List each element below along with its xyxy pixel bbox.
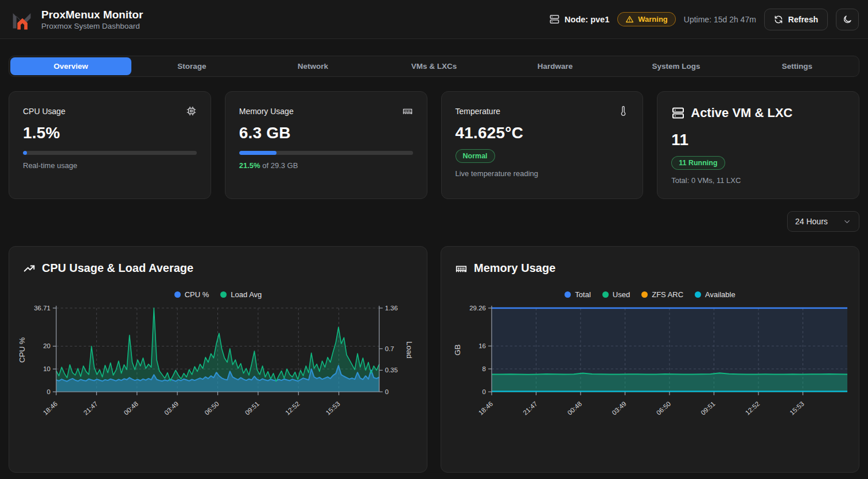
cpu-chart-title: CPU Usage & Load Average <box>42 262 193 275</box>
header-actions: Node: pve1 Warning Uptime: 15d 2h 47m Re… <box>549 9 859 30</box>
warning-label: Warning <box>638 15 668 24</box>
svg-text:12:52: 12:52 <box>284 400 301 416</box>
app-header: ProxMenux Monitor Proxmox System Dashboa… <box>0 0 868 39</box>
server-icon <box>549 14 560 25</box>
svg-text:21:47: 21:47 <box>82 400 99 416</box>
node-indicator: Node: pve1 <box>549 14 609 25</box>
svg-text:03:49: 03:49 <box>610 400 627 416</box>
theme-toggle-button[interactable] <box>836 9 859 30</box>
tab-hardware[interactable]: Hardware <box>495 57 616 75</box>
svg-text:15:53: 15:53 <box>788 400 805 416</box>
tab-system-logs[interactable]: System Logs <box>616 57 737 75</box>
memory-total-text: of 29.3 GB <box>260 161 298 170</box>
svg-text:8: 8 <box>482 365 486 372</box>
svg-text:20: 20 <box>43 342 50 349</box>
legend-used: Used <box>602 290 630 299</box>
ram-icon <box>402 106 413 116</box>
tab-settings[interactable]: Settings <box>737 57 858 75</box>
legend-available: Available <box>695 290 735 299</box>
cpu-card-title: CPU Usage <box>23 107 65 116</box>
trending-up-icon <box>23 262 36 275</box>
legend-dot <box>220 291 227 298</box>
memory-usage-card: Memory Usage 6.3 GB 21.5% of 29.3 GB <box>225 91 427 199</box>
memory-progress-fill <box>239 151 277 155</box>
svg-text:00:48: 00:48 <box>566 400 583 416</box>
cpu-load-chart-card: CPU Usage & Load Average CPU %Load Avg 0… <box>9 246 427 473</box>
tab-overview[interactable]: Overview <box>10 57 131 75</box>
temperature-card-title: Temperature <box>456 107 501 116</box>
svg-text:36.71: 36.71 <box>34 305 50 311</box>
tab-vms-lxcs[interactable]: VMs & LXCs <box>373 57 495 75</box>
moon-icon <box>842 14 853 25</box>
memory-chart-title: Memory Usage <box>474 262 555 275</box>
cpu-progress-fill <box>23 151 27 155</box>
temperature-card: Temperature 41.625°C Normal Live tempera… <box>441 91 644 199</box>
legend-dot <box>174 291 181 298</box>
cpu-progress-track <box>23 151 197 155</box>
page-subtitle: Proxmox System Dashboard <box>41 22 143 30</box>
vm-card-subtitle: Total: 0 VMs, 11 LXC <box>671 176 845 185</box>
cpu-chip-icon <box>186 106 197 116</box>
page-title: ProxMenux Monitor <box>41 8 143 22</box>
svg-text:12:52: 12:52 <box>744 400 761 416</box>
thermometer-icon <box>618 106 629 116</box>
svg-text:00:48: 00:48 <box>123 400 139 416</box>
legend-dot <box>602 291 609 298</box>
refresh-label: Refresh <box>788 15 818 24</box>
tab-network[interactable]: Network <box>252 57 373 75</box>
memory-card-subtitle: 21.5% of 29.3 GB <box>239 161 413 170</box>
legend-zfs-arc: ZFS ARC <box>641 290 683 299</box>
refresh-button[interactable]: Refresh <box>764 9 828 30</box>
svg-text:1.36: 1.36 <box>385 305 398 311</box>
temperature-status-badge: Normal <box>456 149 495 163</box>
time-range-select[interactable]: 24 Hours <box>787 211 859 232</box>
tab-storage[interactable]: Storage <box>131 57 252 75</box>
refresh-icon <box>774 15 783 24</box>
uptime-label: Uptime: 15d 2h 47m <box>684 15 756 24</box>
legend-dot <box>565 291 571 298</box>
cpu-usage-value: 1.5% <box>23 124 197 142</box>
tab-bar: OverviewStorageNetworkVMs & LXCsHardware… <box>9 56 859 77</box>
svg-text:21:47: 21:47 <box>521 400 538 416</box>
time-range-row: 24 Hours <box>9 211 859 232</box>
svg-text:0: 0 <box>385 388 388 395</box>
brand: ProxMenux Monitor Proxmox System Dashboa… <box>9 7 143 32</box>
memory-card-title: Memory Usage <box>239 107 294 116</box>
temperature-value: 41.625°C <box>456 124 629 142</box>
svg-text:29.26: 29.26 <box>469 305 486 311</box>
charts-row: CPU Usage & Load Average CPU %Load Avg 0… <box>9 246 859 473</box>
vm-card-title: Active VM & LXC <box>691 106 792 120</box>
server-stack-icon <box>671 106 685 120</box>
legend-dot <box>695 291 701 298</box>
memory-percent-text: 21.5% <box>239 161 260 170</box>
cpu-chart-legend: CPU %Load Avg <box>9 290 427 299</box>
svg-text:15:53: 15:53 <box>325 400 341 416</box>
cpu-load-chart: 0102036.7100.350.71.3618:4621:4700:4803:… <box>9 247 427 473</box>
stat-cards-row: CPU Usage 1.5% Real-time usage Memory Us… <box>9 91 859 197</box>
memory-chart-card: Memory Usage TotalUsedZFS ARCAvailable 0… <box>441 246 859 473</box>
memory-usage-chart: 081629.2618:4621:4700:4803:4906:5009:511… <box>441 247 859 473</box>
brand-text: ProxMenux Monitor Proxmox System Dashboa… <box>41 8 143 30</box>
svg-text:16: 16 <box>478 342 486 349</box>
svg-text:10: 10 <box>43 365 50 372</box>
svg-text:09:51: 09:51 <box>699 400 716 416</box>
svg-text:GB: GB <box>453 344 462 356</box>
node-label: Node: pve1 <box>565 15 609 24</box>
svg-text:18:46: 18:46 <box>477 400 494 416</box>
warning-triangle-icon <box>625 15 634 24</box>
memory-chart-icon <box>455 262 468 275</box>
legend-cpu-: CPU % <box>174 290 209 299</box>
cpu-card-subtitle: Real-time usage <box>23 161 197 170</box>
svg-text:03:49: 03:49 <box>163 400 180 416</box>
warning-badge: Warning <box>617 12 676 26</box>
app-logo <box>9 7 34 32</box>
memory-usage-value: 6.3 GB <box>239 124 413 142</box>
active-vm-lxc-card: Active VM & LXC 11 11 Running Total: 0 V… <box>657 91 859 199</box>
legend-load-avg: Load Avg <box>220 290 262 299</box>
cpu-usage-card: CPU Usage 1.5% Real-time usage <box>9 91 211 199</box>
temperature-card-subtitle: Live temperature reading <box>456 169 629 178</box>
svg-text:0.7: 0.7 <box>385 345 394 352</box>
svg-text:0: 0 <box>47 388 50 395</box>
memory-chart-legend: TotalUsedZFS ARCAvailable <box>441 290 859 299</box>
vm-count-value: 11 <box>671 131 845 149</box>
